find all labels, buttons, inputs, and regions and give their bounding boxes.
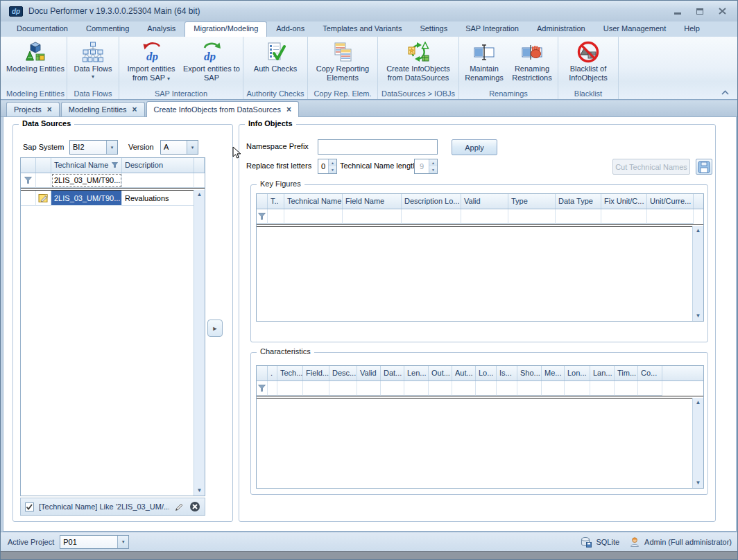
create-infoobjects-button[interactable]: Create InfoObjects from DataSources	[380, 38, 456, 85]
renaming-restrictions-button[interactable]: Renaming Restrictions	[508, 38, 556, 85]
vertical-scrollbar[interactable]: ▲ ▼	[194, 190, 205, 496]
column-header[interactable]: Dat...	[381, 366, 404, 380]
column-header[interactable]: Aut...	[452, 366, 476, 380]
filter-cell[interactable]	[404, 381, 429, 396]
ribbon-tab[interactable]: Commenting	[77, 21, 138, 37]
column-header[interactable]: Unit/Curre...	[647, 194, 694, 209]
replace-first-letters-stepper[interactable]: 0 ▲▼	[318, 159, 337, 174]
ribbon-tab[interactable]: Add-ons	[267, 21, 314, 37]
filter-cell[interactable]	[590, 381, 615, 396]
column-header[interactable]: Co...	[638, 366, 662, 380]
save-button[interactable]	[696, 159, 712, 175]
column-header[interactable]: Data Type	[556, 194, 601, 209]
column-header[interactable]: Valid	[357, 366, 381, 380]
edit-filter-button[interactable]	[174, 502, 184, 512]
filter-cell[interactable]	[343, 209, 402, 224]
scroll-up-icon[interactable]: ▲	[696, 400, 701, 405]
filter-cell[interactable]	[381, 381, 404, 396]
chevron-down-icon[interactable]: ▾	[117, 536, 128, 548]
filter-cell[interactable]	[402, 209, 461, 224]
column-header[interactable]: Description Lo...	[402, 194, 461, 209]
column-header[interactable]: Out...	[429, 366, 452, 380]
ribbon-tab[interactable]: Settings	[411, 21, 456, 37]
close-icon[interactable]: ×	[286, 106, 291, 113]
chevron-down-icon[interactable]: ▾	[187, 141, 198, 154]
sap-system-select[interactable]: BI2 ▾	[69, 140, 118, 155]
database-label[interactable]: SQLite	[596, 538, 619, 546]
ribbon-tab[interactable]: User Management	[594, 21, 676, 37]
filter-cell[interactable]	[268, 381, 277, 396]
column-header[interactable]: Valid	[461, 194, 508, 209]
filter-cell[interactable]	[36, 173, 51, 188]
minimize-button[interactable]	[669, 6, 686, 17]
column-header[interactable]: Tim...	[615, 366, 638, 380]
filter-cell[interactable]	[647, 209, 694, 224]
filter-cell[interactable]	[565, 381, 590, 396]
scroll-down-icon[interactable]: ▼	[197, 488, 203, 493]
vertical-scrollbar[interactable]: ▲ ▼	[692, 398, 703, 488]
filter-cell[interactable]	[508, 209, 556, 224]
move-right-button[interactable]: ►	[207, 320, 223, 337]
ribbon-tab[interactable]: SAP Integration	[456, 21, 528, 37]
column-header[interactable]: Type	[508, 194, 556, 209]
filter-cell[interactable]	[615, 381, 638, 396]
filter-cell[interactable]	[542, 381, 565, 396]
auth-checks-button[interactable]: Auth Checks	[246, 38, 305, 85]
filter-cell[interactable]	[357, 381, 381, 396]
import-entities-button[interactable]: dp Import entities from SAP ▾	[121, 38, 181, 85]
filter-cell[interactable]	[429, 381, 452, 396]
filter-cell[interactable]	[476, 381, 497, 396]
filter-cell-description[interactable]	[122, 173, 194, 188]
column-header[interactable]: Tech...	[277, 366, 303, 380]
column-header[interactable]: Field Name	[343, 194, 402, 209]
column-header[interactable]: Is...	[497, 366, 517, 380]
apply-button[interactable]: Apply	[452, 139, 497, 155]
filter-checkbox[interactable]	[25, 502, 34, 511]
collapse-ribbon-button[interactable]	[721, 88, 729, 96]
ribbon-tab[interactable]: Documentation	[8, 21, 77, 37]
user-label[interactable]: Admin (Full administrator)	[644, 538, 732, 546]
close-icon[interactable]: ×	[47, 106, 52, 113]
column-header[interactable]: T..	[268, 194, 284, 209]
filter-cell[interactable]	[517, 381, 542, 396]
maintain-renamings-button[interactable]: Maintain Renamings	[461, 38, 507, 85]
modeling-entities-button[interactable]: Modeling Entities	[6, 38, 65, 85]
version-select[interactable]: A ▾	[160, 140, 198, 155]
filter-cell[interactable]	[268, 209, 284, 224]
column-header[interactable]: Desc...	[329, 366, 357, 380]
scroll-up-icon[interactable]: ▲	[696, 228, 701, 234]
ribbon-tab[interactable]: Migration/Modeling	[184, 21, 267, 37]
active-project-select[interactable]: P01 ▾	[60, 535, 129, 549]
filter-cell[interactable]	[303, 381, 329, 396]
copy-reporting-elements-button[interactable]: Copy Reporting Elements	[310, 38, 375, 85]
filter-funnel-icon[interactable]	[112, 162, 118, 168]
document-tab[interactable]: Modeling Entities ×	[61, 102, 145, 116]
filter-cell[interactable]	[601, 209, 647, 224]
filter-cell[interactable]	[638, 381, 662, 396]
document-tab[interactable]: Create InfoObjects from DataSources ×	[146, 101, 299, 117]
export-entities-button[interactable]: dp Export entities to SAP	[182, 38, 241, 85]
filter-cell[interactable]	[497, 381, 517, 396]
data-flows-button[interactable]: Data Flows ▾	[69, 38, 117, 85]
column-header[interactable]: Len...	[404, 366, 429, 380]
close-icon[interactable]: ×	[132, 106, 137, 113]
vertical-scrollbar[interactable]: ▲ ▼	[692, 226, 703, 321]
spin-up-icon[interactable]: ▲	[329, 159, 336, 166]
technical-name-cell[interactable]: 2LIS_03_UM/T90...	[51, 191, 122, 206]
column-header[interactable]: Me...	[542, 366, 565, 380]
column-header[interactable]: Sho...	[517, 366, 542, 380]
column-header[interactable]: Lon...	[565, 366, 590, 380]
filter-cell[interactable]	[277, 381, 303, 396]
ribbon-tab[interactable]: Templates and Variants	[314, 21, 411, 37]
spin-down-icon[interactable]: ▼	[329, 166, 336, 173]
filter-cell[interactable]	[461, 209, 508, 224]
ribbon-tab[interactable]: Administration	[528, 21, 594, 37]
filter-cell-technical-name[interactable]: 2LIS_03_UM/T90...	[51, 173, 122, 188]
scroll-down-icon[interactable]: ▼	[696, 480, 701, 486]
description-cell[interactable]: Revaluations	[122, 191, 194, 206]
column-header[interactable]: Technical Name	[284, 194, 343, 209]
filter-cell[interactable]	[284, 209, 343, 224]
filter-cell[interactable]	[452, 381, 476, 396]
scroll-down-icon[interactable]: ▼	[696, 313, 701, 319]
column-header-description[interactable]: Description	[122, 158, 194, 173]
